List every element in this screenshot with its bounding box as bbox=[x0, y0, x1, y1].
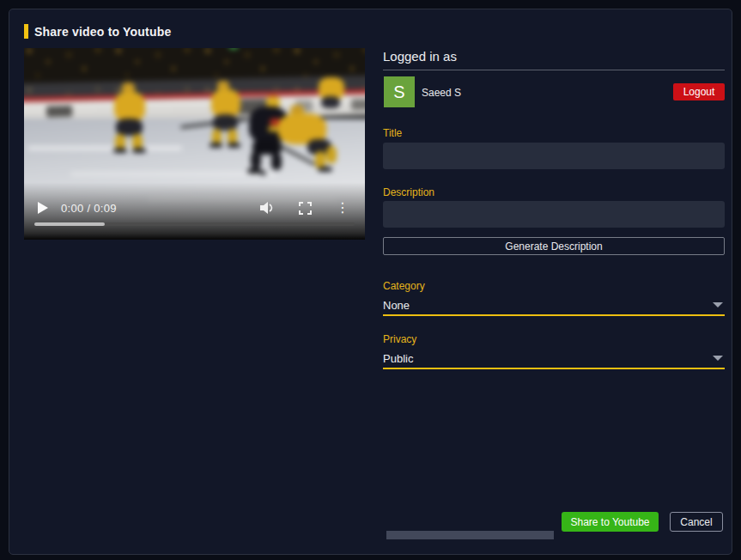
volume-icon[interactable] bbox=[259, 201, 275, 215]
title-label: Title bbox=[383, 127, 402, 139]
heading-divider bbox=[383, 70, 725, 70]
share-video-dialog: Share video to Youtube bbox=[9, 9, 732, 555]
video-menu-icon[interactable]: ⋮ bbox=[336, 201, 349, 215]
chevron-down-icon bbox=[713, 356, 723, 361]
play-button[interactable] bbox=[38, 202, 48, 214]
video-progress-bar[interactable] bbox=[34, 222, 355, 226]
logged-in-heading: Logged in as bbox=[383, 49, 457, 64]
fullscreen-icon[interactable] bbox=[299, 202, 312, 215]
video-player[interactable]: 0:00 / 0:09 ⋮ bbox=[24, 48, 365, 240]
video-controls: 0:00 / 0:09 ⋮ bbox=[24, 197, 365, 219]
dialog-title: Share video to Youtube bbox=[34, 25, 171, 39]
privacy-label: Privacy bbox=[383, 333, 416, 345]
account-name: Saeed S bbox=[422, 87, 461, 99]
accent-bar bbox=[24, 24, 28, 39]
cancel-button[interactable]: Cancel bbox=[670, 512, 723, 532]
upload-progress-bar bbox=[386, 531, 554, 539]
chevron-down-icon bbox=[713, 302, 723, 307]
description-label: Description bbox=[383, 186, 434, 198]
description-input[interactable] bbox=[383, 201, 725, 228]
video-time: 0:00 / 0:09 bbox=[61, 202, 117, 215]
generate-description-button[interactable]: Generate Description bbox=[383, 237, 725, 255]
category-select[interactable]: None bbox=[383, 295, 725, 316]
privacy-value: Public bbox=[383, 352, 413, 365]
logout-button[interactable]: Logout bbox=[673, 83, 725, 100]
dialog-header: Share video to Youtube bbox=[24, 24, 171, 39]
category-value: None bbox=[383, 299, 410, 312]
share-to-youtube-button[interactable]: Share to Youtube bbox=[562, 512, 659, 532]
title-input[interactable] bbox=[383, 143, 725, 169]
category-label: Category bbox=[383, 280, 425, 292]
privacy-select[interactable]: Public bbox=[383, 349, 725, 369]
avatar: S bbox=[384, 76, 415, 107]
video-buffered-segment bbox=[34, 222, 105, 226]
